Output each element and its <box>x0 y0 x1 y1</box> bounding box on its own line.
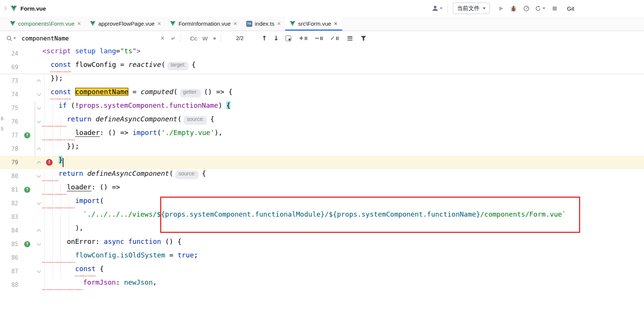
title-bar-actions: 当前文件 Git <box>432 0 574 17</box>
git-widget[interactable]: Git <box>567 5 574 12</box>
code-line-85[interactable]: 85onError: async function () { <box>0 237 644 251</box>
code-line-74[interactable]: 74const componentName = computed(getter:… <box>0 88 644 101</box>
run-configuration-select[interactable]: 当前文件 <box>453 3 490 14</box>
code-line-87[interactable]: 87const { <box>0 265 644 278</box>
line-number: 84 <box>0 224 18 237</box>
gutter-run-marker-icon[interactable] <box>24 241 30 247</box>
code-token: ( <box>173 88 178 96</box>
code-token: if <box>59 101 67 109</box>
words-toggle[interactable]: W <box>202 35 208 42</box>
add-occurrence-button[interactable] <box>299 35 307 42</box>
open-in-find-window-icon[interactable] <box>286 36 291 41</box>
search-icon[interactable] <box>6 35 16 42</box>
code-line-77[interactable]: 77loader: () => import('./Empty.vue'), <box>0 129 644 142</box>
line-number: 87 <box>0 265 18 278</box>
tab-src-form.vue[interactable]: src\Form.vue <box>285 17 342 31</box>
rerun-with-coverage-button[interactable] <box>535 5 545 12</box>
match-case-toggle[interactable]: Cc <box>190 35 197 42</box>
code-line-76[interactable]: 76return defineAsyncComponent(source:{ <box>0 115 644 129</box>
code-token: setup <box>75 47 96 55</box>
code-line-24[interactable]: 24<script setup lang="ts"> <box>0 47 644 60</box>
code-line-79[interactable]: 79} <box>0 156 644 169</box>
profiler-button[interactable] <box>523 5 530 12</box>
stop-button[interactable] <box>552 6 557 11</box>
gutter-run-marker-icon[interactable] <box>24 187 30 193</box>
code-line-73[interactable]: 73}); <box>0 74 644 88</box>
tab-label: FormInformation.vue <box>178 20 230 27</box>
code-token: ( <box>157 129 161 136</box>
debug-button[interactable] <box>510 5 517 12</box>
line-number: 80 <box>0 169 18 183</box>
error-squiggle <box>42 140 75 141</box>
code-token: ) <box>218 101 227 109</box>
fold-marker-icon[interactable] <box>37 173 41 177</box>
error-squiggle <box>42 289 83 290</box>
code-line-81[interactable]: 81loader: () => <box>0 183 644 197</box>
fold-marker-icon[interactable] <box>37 161 41 165</box>
search-results-list-icon[interactable] <box>347 36 352 40</box>
code-token: loader <box>75 129 100 136</box>
filter-icon[interactable] <box>361 36 366 41</box>
code-token: flowConfig <box>75 60 116 68</box>
code-token: = <box>165 251 178 259</box>
code-token <box>124 237 128 245</box>
code-token <box>91 115 96 123</box>
fold-marker-icon[interactable] <box>37 241 41 245</box>
fold-marker-icon[interactable] <box>37 268 41 273</box>
fold-marker-icon[interactable] <box>37 79 41 84</box>
fold-marker-icon[interactable] <box>37 147 41 152</box>
tab-label: approveFlowPage.vue <box>98 20 154 27</box>
close-tab-icon[interactable] <box>334 20 338 27</box>
code-line-88[interactable]: 88formJson: newJson, <box>0 278 644 292</box>
clear-search-icon[interactable] <box>161 34 165 42</box>
code-text: } <box>42 156 63 169</box>
tab-components-form.vue[interactable]: components\Form.vue <box>5 17 85 31</box>
close-tab-icon[interactable] <box>233 20 237 27</box>
next-occurrence-button[interactable] <box>273 34 279 42</box>
line-number: 83 <box>0 210 18 224</box>
search-input[interactable]: componentName <box>22 35 161 42</box>
tab-index.ts[interactable]: index.ts <box>242 17 286 31</box>
code-line-69[interactable]: 69const flowConfig = reactive(target:{ <box>0 60 644 74</box>
prev-occurrence-button[interactable] <box>262 34 267 42</box>
fold-marker-icon[interactable] <box>37 119 41 123</box>
editor[interactable]: 24<script setup lang="ts">69const flowCo… <box>0 45 644 310</box>
code-token: function <box>128 237 161 245</box>
window-title: Form.vue <box>20 5 46 12</box>
tab-label: index.ts <box>255 20 275 27</box>
text-caret <box>63 158 63 167</box>
user-account-button[interactable] <box>432 5 443 12</box>
gutter-run-marker-icon[interactable] <box>24 132 30 138</box>
code-token: './Empty.vue' <box>161 129 215 136</box>
fold-marker-icon[interactable] <box>37 105 41 109</box>
close-tab-icon[interactable] <box>77 20 81 27</box>
newline-icon[interactable] <box>170 36 176 41</box>
tab-forminformation.vue[interactable]: FormInformation.vue <box>165 17 241 31</box>
findbar-divider <box>180 34 181 42</box>
close-tab-icon[interactable] <box>277 20 281 27</box>
line-number: 74 <box>0 88 18 101</box>
code-line-78[interactable]: 78}); <box>0 142 644 156</box>
tab-approveflowpage.vue[interactable]: approveFlowPage.vue <box>85 17 165 31</box>
run-button[interactable] <box>498 6 504 11</box>
fold-marker-icon[interactable] <box>37 91 41 96</box>
stop-icon <box>552 6 557 11</box>
code-token: ), <box>215 129 223 136</box>
code-token: formJson <box>83 278 116 286</box>
code-line-86[interactable]: 86flowConfig.isOldSystem = true; <box>0 251 644 265</box>
remove-occurrence-button[interactable] <box>315 35 323 42</box>
code-token: ( <box>161 60 165 68</box>
fold-marker-icon[interactable] <box>37 229 41 233</box>
code-token: ( <box>169 169 173 177</box>
user-icon <box>432 5 439 12</box>
select-all-occurrences-button[interactable] <box>330 35 338 42</box>
vue-file-icon <box>170 21 176 26</box>
code-line-80[interactable]: 80return defineAsyncComponent(source:{ <box>0 169 644 183</box>
code-line-75[interactable]: 75if (!props.systemComponent.functionNam… <box>0 101 644 115</box>
close-tab-icon[interactable] <box>157 20 161 27</box>
regex-toggle[interactable]: * <box>213 38 216 42</box>
fold-marker-icon[interactable] <box>37 200 41 205</box>
code-token: { <box>96 265 104 273</box>
code-token: <script <box>42 47 71 55</box>
red-annotation-box <box>160 197 580 233</box>
